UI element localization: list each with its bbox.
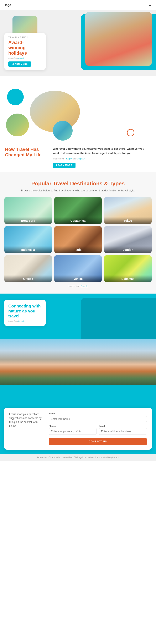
dest-overlay: Costa Rica	[54, 217, 102, 224]
dest-overlay: Bahamas	[104, 275, 152, 282]
nature-img-credit: Image from Freepik	[8, 320, 42, 322]
phone-label: Phone	[49, 425, 97, 427]
how-travel-small-photo-left	[6, 114, 29, 136]
orange-circle-decoration	[127, 129, 134, 136]
name-field-row: Name	[49, 412, 147, 422]
nature-card: Connecting with nature as you travel Ima…	[4, 300, 46, 326]
hamburger-menu-icon[interactable]: ≡	[148, 2, 151, 7]
agency-label: TRAVEL AGENCY	[8, 36, 42, 38]
dest-overlay: Bora Bora	[4, 217, 52, 224]
freepik-link-4[interactable]: Freepik	[18, 320, 25, 322]
destination-card-tokyo[interactable]: Tokyo	[104, 197, 152, 224]
hero-img-credit: Image from Freepik	[8, 57, 42, 60]
dest-label: Paris	[56, 248, 100, 252]
contact-intro-text: Let us know your questions, suggestions …	[9, 412, 45, 428]
unsplash-link[interactable]: Unsplash	[77, 158, 85, 160]
hero-main-image	[85, 12, 152, 66]
email-input[interactable]	[99, 428, 147, 435]
email-label: Email	[99, 425, 147, 427]
dest-label: Bahamas	[106, 277, 150, 280]
destination-card-costa-rica[interactable]: Costa Rica	[54, 197, 102, 224]
phone-field-row: Phone	[49, 425, 97, 435]
dest-label: Greece	[6, 277, 50, 280]
dest-overlay: Tokyo	[104, 217, 152, 224]
dest-overlay: Indonesia	[4, 246, 52, 253]
freepik-link-3[interactable]: Freepik	[81, 285, 88, 287]
hero-learn-more-button[interactable]: LEARN MORE	[8, 62, 31, 67]
dest-overlay: Venice	[54, 275, 102, 282]
contact-form-col: Name Phone Email CONTACT US	[49, 412, 147, 445]
dest-label: Bora Bora	[6, 219, 50, 222]
how-travel-heading-col: How Travel Has Changed My Life	[5, 147, 47, 168]
hero-card: TRAVEL AGENCY Award- winning holidays Im…	[4, 33, 46, 70]
destinations-subheading: Browse the topics below to find travel a…	[4, 189, 152, 192]
how-travel-body: Wherever you want to go, however you wan…	[53, 147, 151, 156]
how-travel-content: How Travel Has Changed My Life Wherever …	[5, 147, 151, 168]
destination-card-london[interactable]: London	[104, 226, 152, 253]
contact-us-button[interactable]: CONTACT US	[49, 438, 147, 445]
dest-label: London	[106, 248, 150, 252]
hero-section: TRAVEL AGENCY Award- winning holidays Im…	[0, 10, 156, 76]
destinations-section: Popular Travel Destinations & Types Brow…	[0, 172, 156, 294]
phone-input[interactable]	[49, 428, 97, 435]
dest-label: Costa Rica	[56, 219, 100, 222]
dest-overlay: Paris	[54, 246, 102, 253]
destination-card-paris[interactable]: Paris	[54, 226, 102, 253]
dest-label: Indonesia	[6, 248, 50, 252]
nature-landscape-image	[0, 339, 156, 385]
contact-section: Let us know your questions, suggestions …	[0, 402, 156, 454]
freepik-link-2[interactable]: Freepik	[65, 158, 72, 160]
dest-overlay: Greece	[4, 275, 52, 282]
hero-title: Award- winning holidays	[8, 40, 42, 56]
name-input[interactable]	[49, 416, 147, 422]
destinations-grid: Bora BoraCosta RicaTokyoIndonesiaParisLo…	[4, 197, 152, 282]
destinations-heading: Popular Travel Destinations & Types	[4, 180, 152, 187]
destination-card-venice[interactable]: Venice	[54, 255, 102, 282]
phone-email-row: Phone Email	[49, 425, 147, 437]
header: logo ≡	[0, 0, 156, 10]
how-travel-body-col: Wherever you want to go, however you wan…	[53, 147, 151, 168]
how-travel-small-photo-right	[53, 121, 73, 140]
photo-island	[53, 121, 73, 140]
footer-note: Sample text. Click to select the text bo…	[0, 454, 156, 461]
how-travel-img-credits: Images from Freepik and Unsplash	[53, 158, 151, 160]
photo-palm-beach	[6, 114, 29, 136]
nature-section: Connecting with nature as you travel Ima…	[0, 294, 156, 402]
nature-heading: Connecting with nature as you travel	[8, 304, 42, 318]
blue-circle-decoration	[7, 89, 24, 105]
destination-card-indonesia[interactable]: Indonesia	[4, 226, 52, 253]
name-label: Name	[49, 412, 147, 415]
how-travel-learn-more-button[interactable]: LEARN MORE	[53, 163, 76, 168]
email-field-row: Email	[99, 425, 147, 435]
destination-card-bahamas[interactable]: Bahamas	[104, 255, 152, 282]
contact-card: Let us know your questions, suggestions …	[4, 408, 152, 450]
hero-main-photo	[85, 12, 152, 66]
nature-landscape-photo	[0, 339, 156, 385]
destination-card-bora-bora[interactable]: Bora Bora	[4, 197, 52, 224]
dest-label: Tokyo	[106, 219, 150, 222]
how-travel-section: How Travel Has Changed My Life Wherever …	[0, 80, 156, 172]
dest-overlay: London	[104, 246, 152, 253]
how-travel-circles	[5, 86, 151, 140]
contact-intro-col: Let us know your questions, suggestions …	[9, 412, 45, 445]
destinations-credits: Images from Freepik	[4, 285, 152, 287]
how-travel-heading: How Travel Has Changed My Life	[5, 147, 47, 158]
logo: logo	[5, 3, 11, 7]
freepik-link[interactable]: Freepik	[18, 57, 25, 60]
destination-card-greece[interactable]: Greece	[4, 255, 52, 282]
dest-label: Venice	[56, 277, 100, 280]
